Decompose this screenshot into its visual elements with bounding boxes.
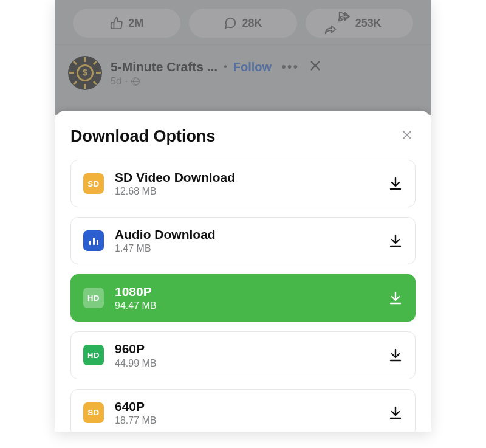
post-header: 5-Minute Crafts ... • Follow ••• 5d ·	[55, 45, 431, 90]
share-count: 253K	[355, 17, 382, 30]
download-icon	[388, 176, 403, 191]
like-button[interactable]: 2M	[73, 9, 180, 38]
option-size: 44.99 MB	[115, 358, 377, 369]
option-size: 12.68 MB	[115, 186, 377, 197]
option-size: 94.47 MB	[115, 300, 377, 311]
post-age: 5d	[111, 76, 122, 87]
page-name[interactable]: 5-Minute Crafts ...	[111, 60, 217, 74]
option-texts: 960P44.99 MB	[115, 342, 377, 368]
option-label: 640P	[115, 399, 377, 414]
sheet-title: Download Options	[70, 127, 215, 146]
like-count: 2M	[128, 17, 143, 30]
thumbs-up-icon	[110, 16, 123, 30]
follow-button[interactable]: Follow	[233, 60, 272, 74]
app-frame: 2M 28K 253K	[55, 0, 431, 432]
download-options-sheet: Download Options SDSD Video Download12.6…	[55, 111, 431, 432]
audio-icon	[83, 230, 104, 251]
option-texts: SD Video Download12.68 MB	[115, 170, 377, 197]
globe-icon	[131, 77, 140, 86]
download-icon	[388, 405, 403, 420]
close-sheet-button[interactable]	[399, 126, 416, 146]
sd-badge-icon: SD	[83, 402, 104, 423]
more-options-button[interactable]: •••	[278, 59, 303, 75]
option-size: 1.47 MB	[115, 243, 377, 254]
hd-badge-icon: HD	[83, 288, 104, 308]
comment-icon	[224, 16, 237, 30]
option-label: Audio Download	[115, 227, 377, 242]
option-label: 960P	[115, 342, 377, 356]
option-label: SD Video Download	[115, 170, 377, 185]
download-icon	[388, 348, 403, 362]
hd-badge-icon: HD	[83, 345, 104, 365]
download-icon	[388, 291, 403, 305]
download-options-list: SDSD Video Download12.68 MBAudio Downloa…	[70, 160, 416, 432]
page-avatar[interactable]	[68, 56, 102, 90]
dismiss-post-button[interactable]	[309, 59, 322, 75]
comment-count: 28K	[242, 17, 262, 30]
share-icon	[337, 10, 351, 36]
download-option[interactable]: SD640P18.77 MB	[70, 389, 416, 432]
share-button[interactable]: 253K	[306, 9, 413, 38]
option-label: 1080P	[115, 284, 377, 299]
download-option[interactable]: SDSD Video Download12.68 MB	[70, 160, 416, 207]
option-texts: 1080P94.47 MB	[115, 284, 377, 311]
comment-button[interactable]: 28K	[189, 9, 296, 38]
separator-dot: •	[224, 61, 227, 72]
engagement-bar: 2M 28K 253K	[55, 0, 431, 45]
sd-badge-icon: SD	[83, 173, 104, 194]
option-size: 18.77 MB	[115, 415, 377, 426]
download-option[interactable]: HD960P44.99 MB	[70, 331, 416, 379]
download-icon	[388, 233, 403, 248]
download-option[interactable]: Audio Download1.47 MB	[70, 217, 416, 264]
option-texts: Audio Download1.47 MB	[115, 227, 377, 254]
separator-dot: ·	[125, 76, 128, 87]
background-post: 2M 28K 253K	[55, 0, 431, 115]
option-texts: 640P18.77 MB	[115, 399, 377, 426]
lightbulb-icon	[77, 64, 94, 81]
download-option[interactable]: HD1080P94.47 MB	[70, 274, 416, 322]
